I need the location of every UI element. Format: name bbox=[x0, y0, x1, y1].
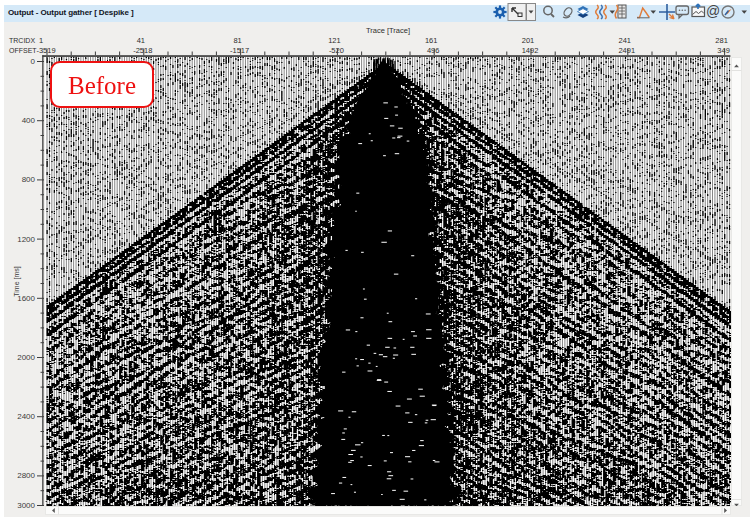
svg-text:@: @ bbox=[706, 3, 720, 19]
